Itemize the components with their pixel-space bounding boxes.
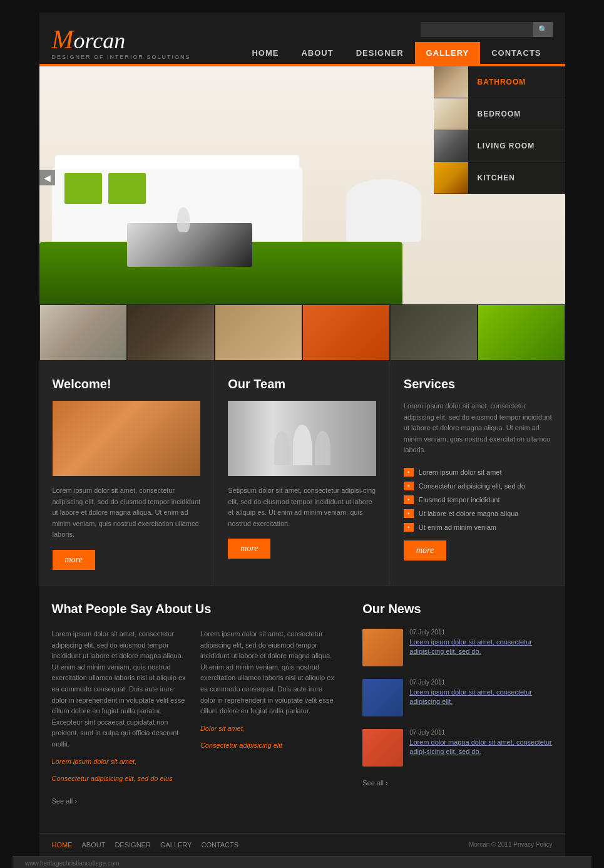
coffee-table	[127, 223, 252, 267]
dropdown-bathroom-label: BATHROOM	[468, 78, 536, 86]
nav-about[interactable]: ABOUT	[290, 42, 344, 64]
news-content-3: 07 July 2011 Lorem dolor magna dolor sit…	[409, 729, 552, 757]
testimonial-1-text: Lorem ipsum dolor sit amet, consectetur …	[52, 629, 188, 750]
header-right: 🔍 HOME ABOUT DESIGNER GALLERY CONTACTS	[240, 22, 552, 64]
thumb-4[interactable]	[302, 304, 390, 361]
bottom-section: What People Say About Us Lorem ipsum dol…	[39, 586, 565, 833]
thumb-3[interactable]	[215, 304, 302, 361]
welcome-block: Welcome! Lorem ipsum dolor sit amet, con…	[39, 361, 214, 586]
nav-designer[interactable]: DESIGNER	[345, 42, 415, 64]
logo[interactable]: Morcan	[52, 26, 191, 53]
logo-letter-m: M	[52, 25, 74, 54]
three-cols-section: Welcome! Lorem ipsum dolor sit amet, con…	[39, 361, 565, 586]
services-more-button[interactable]: more	[404, 540, 446, 561]
service-item-3: ▪ Eiusmod tempor incididunt	[404, 493, 552, 507]
browser-bar: www.heritagechristiancollege.com	[13, 856, 591, 868]
pillow-2	[108, 173, 146, 204]
welcome-title: Welcome!	[53, 377, 201, 391]
nav-home[interactable]: HOME	[240, 42, 290, 64]
testimonial-2-highlight2: Consectetur adipisicing elit	[200, 740, 336, 752]
dropdown-kitchen-label: KITCHEN	[468, 173, 525, 182]
search-button[interactable]: 🔍	[533, 22, 553, 37]
testimonials-see-all[interactable]: See all ›	[52, 797, 337, 805]
thumb-1[interactable]	[39, 304, 127, 361]
chair-right	[346, 179, 421, 242]
services-intro: Lorem ipsum dolor sit amet, consectetur …	[404, 401, 552, 456]
news-thumb-2	[362, 679, 403, 716]
thumb-kitchen	[434, 162, 468, 194]
thumb-livingroom	[434, 130, 468, 162]
thumb-6[interactable]	[478, 304, 565, 361]
dropdown-bedroom-label: BEDROOM	[468, 110, 531, 118]
main-nav: HOME ABOUT DESIGNER GALLERY CONTACTS	[240, 42, 552, 64]
footer-nav-home[interactable]: HOME	[52, 841, 73, 849]
news-item-2: 07 July 2011 Lorem ipsum dolor sit amet,…	[362, 679, 552, 716]
service-dot-5: ▪	[404, 523, 414, 532]
news-item-1: 07 July 2011 Lorem ipsum dolor sit amet,…	[362, 629, 552, 666]
testimonials-two-col: Lorem ipsum dolor sit amet, consectetur …	[52, 629, 337, 791]
hero-section: ◀ BATHROOM BEDROOM LIVING ROOM KITCHEN	[39, 66, 565, 361]
team-more-button[interactable]: more	[228, 539, 270, 559]
dropdown-kitchen[interactable]: KITCHEN	[434, 162, 565, 194]
footer-nav-contacts[interactable]: CONTACTS	[201, 841, 238, 849]
testimonial-2-text: Lorem ipsum dolor sit amet, consectetur …	[200, 629, 336, 717]
services-list: ▪ Lorem ipsum dolor sit amet ▪ Consectet…	[404, 465, 552, 534]
news-title: Our News	[362, 602, 552, 616]
thumb-5[interactable]	[390, 304, 478, 361]
footer-nav-about[interactable]: ABOUT	[82, 841, 106, 849]
news-item-3: 07 July 2011 Lorem dolor magna dolor sit…	[362, 729, 552, 767]
footer-nav: HOME ABOUT DESIGNER GALLERY CONTACTS	[52, 841, 239, 849]
news-thumb-1	[362, 629, 403, 666]
service-item-2: ▪ Consectetur adipisicing elit, sed do	[404, 479, 552, 493]
service-dot-2: ▪	[404, 482, 414, 490]
testimonial-1-highlight1: Lorem ipsum dolor sit amet,	[52, 757, 188, 768]
search-bar[interactable]: 🔍	[421, 22, 553, 37]
news-see-all[interactable]: See all ›	[362, 779, 552, 787]
service-label-1: Lorem ipsum dolor sit amet	[419, 468, 502, 476]
dropdown-bedroom[interactable]: BEDROOM	[434, 98, 565, 130]
news-col: Our News 07 July 2011 Lorem ipsum dolor …	[350, 586, 565, 820]
news-title-3[interactable]: Lorem dolor magna dolor sit amet, consec…	[409, 738, 552, 757]
logo-area: Morcan DESIGNER OF INTERIOR SOLUTIONS	[52, 26, 191, 60]
service-dot-1: ▪	[404, 468, 414, 477]
pillow-1	[64, 173, 102, 204]
gallery-dropdown: BATHROOM BEDROOM LIVING ROOM KITCHEN	[434, 66, 565, 194]
service-dot-4: ▪	[404, 509, 414, 518]
footer: HOME ABOUT DESIGNER GALLERY CONTACTS Mor…	[39, 833, 565, 856]
service-item-4: ▪ Ut labore et dolore magna aliqua	[404, 507, 552, 520]
dropdown-livingroom[interactable]: LIVING ROOM	[434, 130, 565, 162]
dropdown-bathroom[interactable]: BATHROOM	[434, 66, 565, 98]
vase	[177, 207, 190, 232]
service-label-5: Ut enim ad minim veniam	[419, 524, 496, 531]
news-title-2[interactable]: Lorem ipsum dolor sit amet, consectetur …	[409, 688, 552, 707]
news-title-1[interactable]: Lorem ipsum dolor sit amet, consectetur …	[409, 638, 552, 657]
nav-contacts[interactable]: CONTACTS	[480, 42, 552, 64]
news-thumb-3	[362, 729, 403, 767]
thumb-2[interactable]	[127, 304, 215, 361]
service-label-4: Ut labore et dolore magna aliqua	[419, 510, 519, 517]
news-content-1: 07 July 2011 Lorem ipsum dolor sit amet,…	[409, 629, 552, 657]
welcome-image	[53, 401, 201, 476]
welcome-more-button[interactable]: more	[53, 550, 95, 570]
search-input[interactable]	[421, 22, 533, 37]
service-label-3: Eiusmod tempor incididunt	[419, 496, 500, 504]
thumbnails-strip	[39, 304, 565, 361]
news-content-2: 07 July 2011 Lorem ipsum dolor sit amet,…	[409, 679, 552, 707]
footer-nav-gallery[interactable]: GALLERY	[160, 841, 192, 849]
nav-gallery[interactable]: GALLERY	[415, 42, 481, 64]
footer-nav-designer[interactable]: DESIGNER	[115, 841, 150, 849]
hero-prev-arrow[interactable]: ◀	[39, 170, 55, 185]
service-dot-3: ▪	[404, 495, 414, 504]
testimonial-block-2: Lorem ipsum dolor sit amet, consectetur …	[200, 629, 336, 791]
services-block: Services Lorem ipsum dolor sit amet, con…	[391, 361, 565, 586]
services-title: Services	[404, 377, 552, 391]
team-image	[228, 401, 376, 476]
testimonial-1-highlight2: Consectetur adipisicing elit, sed do eiu…	[52, 773, 188, 785]
welcome-text: Lorem ipsum dolor sit amet, consectetur …	[53, 485, 201, 540]
hero-main: ◀ BATHROOM BEDROOM LIVING ROOM KITCHEN	[39, 66, 565, 304]
testimonials-col: What People Say About Us Lorem ipsum dol…	[39, 586, 349, 820]
logo-tagline: DESIGNER OF INTERIOR SOLUTIONS	[52, 54, 191, 60]
testimonial-block-1: Lorem ipsum dolor sit amet, consectetur …	[52, 629, 188, 791]
news-date-3: 07 July 2011	[409, 729, 552, 736]
service-item-1: ▪ Lorem ipsum dolor sit amet	[404, 465, 552, 479]
